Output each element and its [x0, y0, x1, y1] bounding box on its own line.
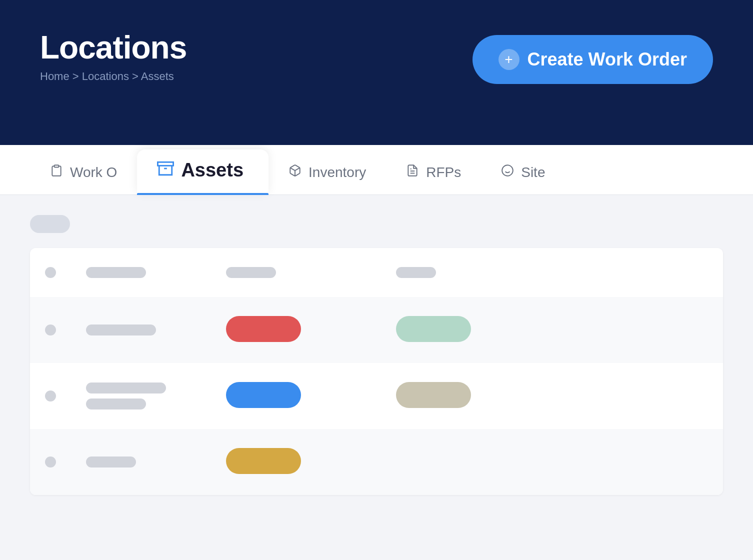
content-area	[0, 195, 753, 560]
header-left: Locations Home > Locations > Assets	[40, 30, 186, 83]
filter-skeleton-1	[30, 215, 70, 233]
box-icon	[288, 164, 302, 180]
cell-skeleton	[86, 398, 146, 410]
row-indicator	[45, 390, 56, 402]
smile-icon	[501, 164, 514, 180]
table-row	[30, 429, 723, 495]
plus-icon: +	[498, 49, 520, 70]
data-table	[30, 248, 723, 495]
table-row	[30, 248, 723, 297]
create-work-order-button[interactable]: + Create Work Order	[472, 35, 713, 84]
svg-point-6	[502, 165, 513, 176]
svg-rect-0	[54, 165, 59, 167]
cell-skeleton	[86, 267, 146, 278]
create-button-label: Create Work Order	[528, 49, 687, 70]
tab-work-orders-label: Work O	[70, 164, 117, 180]
status-badge-gold	[226, 448, 301, 474]
status-badge-red	[226, 316, 301, 342]
svg-rect-1	[158, 162, 174, 166]
tabs-bar: Work O Assets Inventory	[0, 145, 753, 195]
page-header: Locations Home > Locations > Assets + Cr…	[0, 0, 753, 145]
tab-inventory[interactable]: Inventory	[268, 164, 386, 194]
status-badge-tan	[396, 382, 471, 408]
cell-skeleton	[86, 382, 166, 394]
row-indicator	[45, 324, 56, 336]
assets-table	[30, 248, 723, 495]
tab-inventory-label: Inventory	[308, 164, 366, 180]
document-icon	[406, 164, 419, 180]
cell-skeleton	[226, 267, 276, 278]
filter-bar	[30, 215, 723, 233]
tab-assets-label: Assets	[181, 160, 244, 181]
row-indicator	[45, 456, 56, 468]
tab-work-orders[interactable]: Work O	[30, 164, 137, 194]
tab-assets[interactable]: Assets	[137, 150, 268, 195]
tab-rfps[interactable]: RFPs	[386, 164, 481, 194]
page-title: Locations	[40, 30, 186, 65]
clipboard-icon	[50, 164, 63, 180]
status-badge-green	[396, 316, 471, 342]
table-row	[30, 363, 723, 429]
cell-skeleton	[396, 267, 436, 278]
tab-site[interactable]: Site	[481, 164, 565, 194]
cell-skeleton	[86, 324, 156, 336]
tab-rfps-label: RFPs	[426, 164, 461, 180]
cell-skeleton	[86, 456, 136, 468]
archive-icon	[157, 160, 174, 181]
table-row	[30, 297, 723, 363]
status-badge-blue	[226, 382, 301, 408]
row-indicator	[45, 267, 56, 278]
tab-site-label: Site	[521, 164, 545, 180]
breadcrumb: Home > Locations > Assets	[40, 70, 186, 83]
